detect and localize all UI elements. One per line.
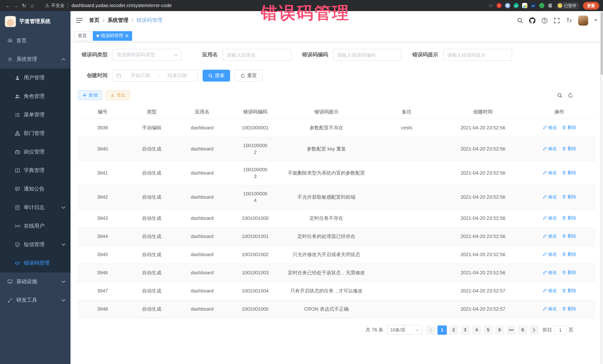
date-range-picker[interactable]: 开始日期 - 结束日期 — [112, 70, 198, 82]
edit-link[interactable]: 修改 — [542, 251, 557, 258]
delete-link[interactable]: 删除 — [562, 287, 576, 294]
sidebar-item-error-code[interactable]: 错误码管理 — [0, 254, 70, 272]
sidebar-item-dictionary[interactable]: 字典管理 — [0, 161, 70, 180]
delete-link[interactable]: 删除 — [562, 251, 576, 258]
edit-link[interactable]: 修改 — [542, 169, 557, 176]
app-logo[interactable]: 芋道管理系统 — [0, 11, 70, 32]
page-button[interactable]: 8 — [518, 325, 527, 334]
extension-icon-6[interactable] — [539, 3, 544, 8]
edit-link[interactable]: 修改 — [542, 124, 557, 131]
sidebar-item-roles[interactable]: 角色管理 — [0, 87, 70, 106]
page-button[interactable]: 1 — [438, 325, 447, 334]
reset-button[interactable]: 重置 — [235, 70, 262, 82]
edit-link[interactable]: 修改 — [542, 233, 557, 240]
hamburger-icon[interactable] — [76, 18, 83, 23]
search-button[interactable]: 搜索 — [203, 70, 230, 82]
paused-badge[interactable]: 已暂停 — [556, 2, 580, 9]
browser-home-icon[interactable]: ⌂ — [28, 1, 36, 10]
breadcrumb-system[interactable]: 系统管理 — [108, 17, 128, 24]
extensions-puzzle-icon[interactable] — [548, 3, 553, 8]
security-indicator[interactable]: ⚠ 不安全 — [45, 2, 65, 9]
tag-error-code[interactable]: 错误码管理 — [93, 31, 132, 41]
bookmark-star-icon[interactable]: ☆ — [488, 3, 493, 9]
refresh-icon[interactable] — [568, 92, 573, 98]
filter-error-code: 错误码编码 — [295, 49, 402, 61]
sidebar-item-positions[interactable]: 岗位管理 — [0, 143, 70, 161]
github-icon[interactable] — [529, 17, 535, 23]
browser-reload-icon[interactable]: ↻ — [20, 1, 28, 10]
sidebar-item-menus[interactable]: 菜单管理 — [0, 106, 70, 124]
show-search-icon[interactable] — [557, 92, 563, 98]
cell-ops: 修改 删除 — [523, 137, 596, 161]
extension-icon-4[interactable] — [522, 3, 527, 8]
page-button[interactable]: 2 — [449, 325, 458, 334]
trash-icon — [562, 170, 566, 175]
page-button[interactable]: 5 — [484, 325, 493, 334]
page-size-select[interactable]: 10条/页 — [387, 325, 422, 335]
search-icon[interactable] — [517, 17, 523, 23]
extension-icon-5[interactable]: on — [531, 3, 536, 8]
sidebar-item-system[interactable]: 系统管理 — [0, 50, 70, 69]
edit-link[interactable]: 修改 — [542, 215, 557, 221]
edit-link[interactable]: 修改 — [542, 194, 557, 200]
cell-ops: 修改 删除 — [523, 185, 596, 209]
goto-page-input[interactable] — [554, 325, 566, 334]
edit-link[interactable]: 修改 — [542, 145, 557, 152]
edit-link[interactable]: 修改 — [542, 269, 557, 276]
scrollbar-thumb[interactable] — [601, 12, 603, 75]
sidebar-item-sms[interactable]: 短信管理 — [0, 235, 70, 254]
error-type-select[interactable]: 请选择错误码类型 — [112, 49, 181, 61]
sidebar-item-dev-tools[interactable]: 研发工具 — [0, 291, 70, 309]
delete-link[interactable]: 删除 — [562, 145, 576, 152]
next-page-button[interactable] — [530, 325, 539, 334]
help-icon[interactable] — [541, 17, 548, 23]
page-button[interactable]: 3 — [461, 325, 470, 334]
close-icon[interactable] — [125, 34, 128, 37]
sidebar-item-notices[interactable]: 通知公告 — [0, 180, 70, 198]
error-code-input[interactable] — [333, 49, 402, 61]
plus-icon — [82, 93, 87, 98]
fullscreen-icon[interactable] — [554, 17, 560, 23]
cell-app: dashboard — [176, 300, 228, 318]
cell-msg: 不能删除类型为系统内置的参数配置 — [282, 161, 370, 185]
browser-update-button[interactable]: 更新 — [583, 2, 599, 10]
cell-type: 自动生成 — [127, 137, 176, 161]
extension-icon-1[interactable] — [497, 3, 502, 8]
more-pages-button[interactable]: ••• — [507, 325, 516, 334]
error-msg-input[interactable] — [443, 49, 512, 61]
browser-back-icon[interactable]: ← — [4, 1, 12, 10]
delete-link[interactable]: 删除 — [562, 169, 576, 176]
app-name-input[interactable] — [223, 49, 292, 61]
sidebar-item-users[interactable]: 用户管理 — [0, 69, 70, 87]
caret-down-icon[interactable] — [594, 19, 597, 22]
delete-link[interactable]: 删除 — [562, 269, 576, 276]
delete-link[interactable]: 删除 — [562, 124, 576, 131]
scrollbar[interactable] — [600, 11, 603, 364]
add-button[interactable]: 新增 — [78, 90, 102, 100]
browser-forward-icon[interactable]: → — [12, 1, 20, 10]
export-button[interactable]: 导出 — [106, 90, 130, 100]
delete-link[interactable]: 删除 — [562, 233, 576, 240]
page-button[interactable]: 6 — [495, 325, 504, 334]
prev-page-button[interactable] — [426, 325, 435, 334]
breadcrumb-home[interactable]: 首页 — [89, 17, 99, 24]
briefcase-icon — [15, 149, 20, 154]
extension-icon-2[interactable] — [505, 3, 510, 8]
sidebar-item-home[interactable]: 首页 — [0, 32, 70, 50]
edit-link[interactable]: 修改 — [542, 287, 557, 294]
sidebar-item-infrastructure[interactable]: 基础设施 — [0, 272, 70, 291]
edit-link[interactable]: 修改 — [542, 305, 557, 312]
sidebar-item-online-users[interactable]: 在线用户 — [0, 217, 70, 235]
avatar[interactable] — [578, 15, 588, 25]
delete-link[interactable]: 删除 — [562, 305, 576, 312]
delete-link[interactable]: 删除 — [562, 215, 576, 221]
tag-home[interactable]: 首页 — [74, 31, 91, 41]
address-bar[interactable]: dashboard.yudao.iocoder.cn/system/error-… — [72, 3, 172, 8]
font-size-icon[interactable] — [566, 17, 572, 23]
sidebar-item-departments[interactable]: 部门管理 — [0, 124, 70, 143]
sidebar-item-audit-log[interactable]: 审计日志 — [0, 198, 70, 217]
filter-row-1: 错误码类型 请选择错误码类型 应用名 错误码编码 — [78, 49, 596, 61]
extension-icon-3[interactable] — [514, 3, 519, 8]
delete-link[interactable]: 删除 — [562, 194, 576, 200]
page-button[interactable]: 4 — [472, 325, 481, 334]
